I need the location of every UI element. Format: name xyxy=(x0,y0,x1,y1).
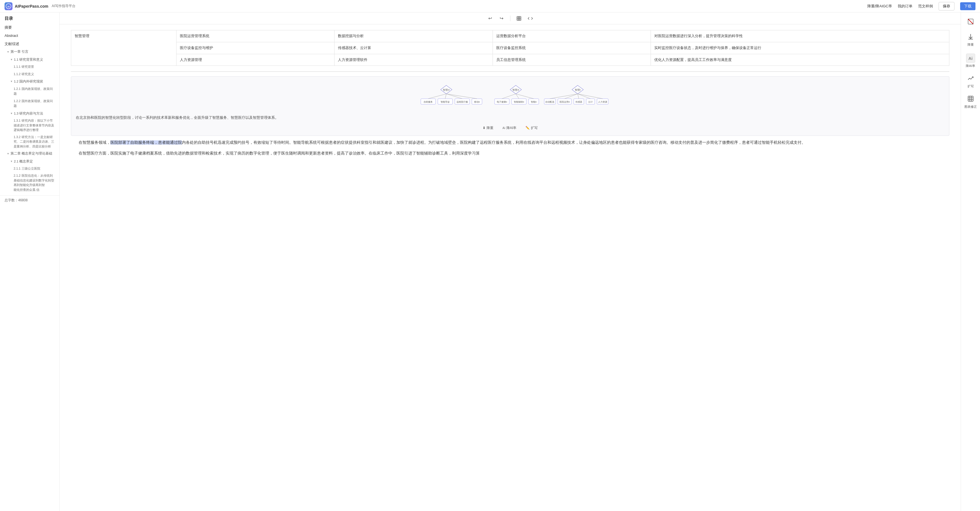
expand-icon: ✏️ xyxy=(525,126,530,130)
table-cell: 对医院运营数据进行深入分析，提升管理决策的科学性 xyxy=(651,30,949,42)
top-navigation: AI AIPaperPass.com AI写作指导平台 降重/降AIGC率 我的… xyxy=(0,0,980,13)
sidebar-item-1-1-1[interactable]: 1.1.1 研究背景 xyxy=(0,63,59,71)
arrow-2-1 xyxy=(10,159,13,163)
mindmap-ai-btn[interactable]: Ai 降AI率 xyxy=(500,125,519,131)
paragraph-1: 在智慧服务领域，医院部署了自助服务终端，患者能通过院内各处的自助挂号机迅速完成预… xyxy=(71,139,949,146)
editor-toolbar: ↩ ↪ xyxy=(60,13,961,24)
sidebar-item-1-3-2[interactable]: 1.3.2 研究方法：一是文献研究、二是问卷调查及访谈、三是案例分析、四是比较分… xyxy=(0,133,59,150)
sidebar-title: 目录 xyxy=(0,16,59,24)
fix-chart-icon xyxy=(967,95,974,103)
svg-text:AI: AI xyxy=(7,5,10,8)
sidebar-item-ch2[interactable]: 第二章 概念界定与理论基础 xyxy=(0,150,59,157)
svg-text:云计: 云计 xyxy=(588,101,593,103)
nav-link-reduce[interactable]: 降重/降AIGC率 xyxy=(867,4,892,9)
svg-text:智慧II: 智慧II xyxy=(512,89,519,91)
svg-text:医院运营II: 医院运营II xyxy=(560,101,570,103)
nav-link-order[interactable]: 我的订单 xyxy=(898,4,912,9)
fix-chart-label: 图表修正 xyxy=(964,105,977,109)
undo-button[interactable]: ↩ xyxy=(486,14,494,22)
svg-line-17 xyxy=(428,94,446,99)
logo-icon: AI xyxy=(5,2,13,10)
toolbar-divider xyxy=(510,16,511,21)
mindmap-description: 在北京协和医院的智慧化转型阶段，讨论一系列的技术革新和服务优化，全面升级了智慧服… xyxy=(76,114,945,121)
table-cell: 人力资源管理 xyxy=(177,54,334,66)
sidebar-item-ch1[interactable]: 第一章 引言 xyxy=(0,48,59,56)
save-button[interactable]: 保存 xyxy=(939,2,955,11)
mindmap-reduce-btn[interactable]: ⬇ 降重 xyxy=(480,125,496,131)
sidebar-item-2-1-1[interactable]: 2.1.1 三级公立医院 xyxy=(0,165,59,172)
download-button[interactable]: 下载 xyxy=(960,2,975,10)
svg-rect-2 xyxy=(517,16,521,21)
reduce-label: 降重 xyxy=(487,125,493,130)
mindmap-expand-btn[interactable]: ✏️ 扩写 xyxy=(523,125,540,131)
site-name: AIPaperPass.com xyxy=(15,4,48,8)
nav-link-sample[interactable]: 范文样例 xyxy=(918,4,933,9)
arrow-1-2 xyxy=(10,79,13,83)
svg-line-18 xyxy=(445,94,446,99)
expand-label: 扩写 xyxy=(531,125,538,130)
svg-line-46 xyxy=(578,94,579,99)
svg-line-50 xyxy=(968,19,973,24)
sidebar-item-1-2-2[interactable]: 1.2.2 国外政策现状、政策问题 xyxy=(0,98,59,110)
reduce-icon: ⬇ xyxy=(483,126,485,130)
arrow-ch2 xyxy=(7,152,10,156)
sidebar-item-1-1-2[interactable]: 1.1.2 研究意义 xyxy=(0,71,59,78)
arrow-ch1 xyxy=(7,50,10,54)
reduce-ai-icon: Ai xyxy=(966,54,975,63)
svg-rect-52 xyxy=(968,96,973,101)
paragraph-2: 在智慧医疗方面，医院实施了电子健康档案系统，借助先进的数据管理和检索技术，实现了… xyxy=(71,150,949,157)
svg-text:智能导诊: 智能导诊 xyxy=(441,101,450,103)
sidebar-item-abstract-cn[interactable]: 摘要 xyxy=(0,24,59,32)
redo-button[interactable]: ↪ xyxy=(498,14,506,22)
svg-line-47 xyxy=(578,94,590,99)
svg-text:电子健康II: 电子健康II xyxy=(497,101,507,103)
table-cell: 医疗设备监控与维护 xyxy=(177,42,334,54)
sidebar-item-1-2[interactable]: 1.2 国内外研究现状 xyxy=(0,78,59,85)
ai-icon: Ai xyxy=(503,127,505,130)
ai-label: 降AI率 xyxy=(506,125,516,130)
svg-text:传感器: 传感器 xyxy=(575,101,582,103)
section-divider xyxy=(71,71,949,72)
sidebar-item-1-2-1[interactable]: 1.2.1 国内政策现状、政策问题 xyxy=(0,85,59,98)
table-cell: 运营数据分析平台 xyxy=(493,30,651,42)
nav-links: 降重/降AIGC率 我的订单 范文样例 保存 下载 xyxy=(867,2,975,11)
svg-text:人力资源: 人力资源 xyxy=(598,101,607,103)
code-button[interactable] xyxy=(526,14,534,22)
reduce-weight-icon xyxy=(967,33,974,41)
reduce-weight-label: 降重 xyxy=(967,43,974,47)
mindmap-actions: ⬇ 降重 Ai 降AI率 ✏️ 扩写 xyxy=(76,125,945,131)
right-panel-reduce-btn[interactable]: 降重 xyxy=(963,31,978,49)
svg-text:移动II: 移动II xyxy=(474,101,480,103)
table-button[interactable] xyxy=(515,14,523,22)
svg-text:智能II: 智能II xyxy=(531,101,536,103)
table-cell: 人力资源管理软件 xyxy=(334,54,493,66)
svg-line-48 xyxy=(578,94,603,99)
table-row: 智慧管理 医院运营管理系统 数据挖据与分析 运营数据分析平台 对医院运营数据进行… xyxy=(71,30,949,42)
right-panel-expand-btn[interactable]: 扩写 xyxy=(963,73,978,91)
arrow-1-1 xyxy=(10,57,13,62)
right-panel-fix-chart-btn[interactable]: 图表修正 xyxy=(963,93,978,111)
content-area: ↩ ↪ xyxy=(60,13,961,511)
svg-line-44 xyxy=(550,94,578,99)
reduce-ai-label: 降AI率 xyxy=(966,64,975,68)
sidebar-item-1-1[interactable]: 1.1 研究背景和意义 xyxy=(0,56,59,63)
sidebar-item-1-3-1[interactable]: 1.3.1 研究内容：按以下小节描述进行文章整体章节内容及逻辑顺序进行整理 xyxy=(0,117,59,133)
sidebar-item-abstract-en[interactable]: Abstract xyxy=(0,32,59,40)
table-cell: 智慧管理 xyxy=(71,30,177,66)
sidebar-item-1-3[interactable]: 1.3 研究内容与方法 xyxy=(0,110,59,117)
word-count: 总字数：46808 xyxy=(0,195,59,205)
sidebar-item-2-1[interactable]: 2.1 概念界定 xyxy=(0,158,59,165)
expand-label: 扩写 xyxy=(967,84,974,89)
svg-text:智慧II: 智慧II xyxy=(443,89,449,91)
table-row: 医疗设备监控与维护 传感器技术、云计算 医疗设备监控系统 实时监控医疗设备状态，… xyxy=(71,42,949,54)
right-panel-ai-btn[interactable]: Ai 降AI率 xyxy=(963,51,978,70)
svg-text:智能辅助II: 智能辅助II xyxy=(514,101,524,103)
right-panel-nocopy-btn[interactable] xyxy=(963,16,978,29)
table-cell: 优化人力资源配置，提高员工工作效率与满意度 xyxy=(651,54,949,66)
no-copy-icon xyxy=(967,18,974,26)
table-cell: 医院运营管理系统 xyxy=(177,30,334,42)
sidebar-item-literature[interactable]: 文献综述 xyxy=(0,40,59,48)
svg-text:智慧I: 智慧I xyxy=(575,89,581,91)
table-cell: 实时监控医疗设备状态，及时进行维护与保养，确保设备正常运行 xyxy=(651,42,949,54)
sidebar-item-2-1-2[interactable]: 2.1.2 医院信息化：从传统到基础信息化建设到数字化转型再到智能化升级再到智能… xyxy=(0,172,59,193)
